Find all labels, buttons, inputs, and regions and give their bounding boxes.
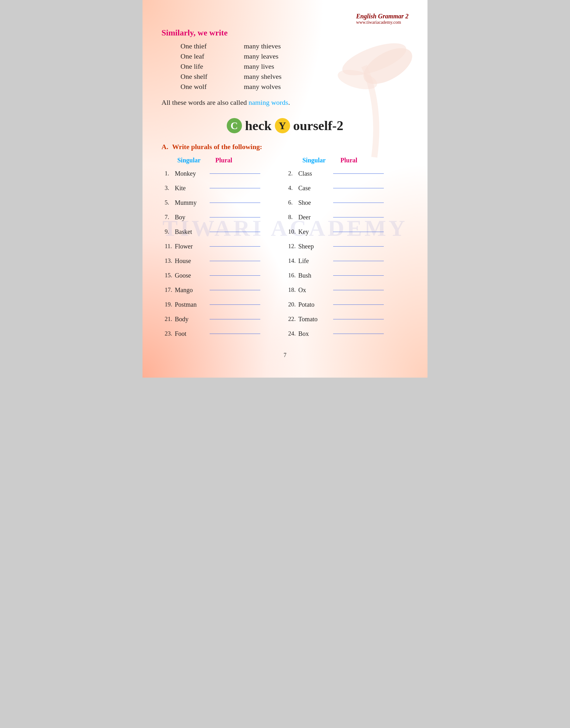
exercise-left: 15. Goose <box>162 272 285 279</box>
answer-line-left <box>210 246 260 246</box>
page-number: 7 <box>162 352 408 358</box>
exercise-word-right: Tomato <box>298 315 333 323</box>
exercise-left: 7. Boy <box>162 214 285 221</box>
answer-line-right <box>333 173 384 174</box>
letter-y-circle: Y <box>275 118 290 133</box>
exercise-row: 13. House 14. Life <box>162 254 408 268</box>
exercise-word-right: Bush <box>298 272 333 279</box>
exercise-number-left: 19. <box>165 301 175 308</box>
col-headers-left: Singular Plural <box>171 157 290 164</box>
answer-line-left <box>210 231 260 232</box>
exercise-left: 5. Mummy <box>162 199 285 206</box>
exercise-word-right: Deer <box>298 214 333 221</box>
exercise-right: 16. Bush <box>285 272 408 279</box>
check-yourself-heading: Check Yourself-2 <box>227 118 344 133</box>
exercise-number-right: 20. <box>288 301 298 308</box>
col-headers-right: Singular Plural <box>290 157 408 164</box>
singular-word: One life <box>181 62 244 71</box>
exercise-right: 18. Ox <box>285 286 408 294</box>
exercise-number-left: 23. <box>165 330 175 337</box>
exercise-right: 12. Sheep <box>285 243 408 250</box>
exercise-word-left: Postman <box>175 301 210 308</box>
exercise-left: 19. Postman <box>162 301 285 308</box>
exercise-right: 14. Life <box>285 257 408 264</box>
exercise-row: 19. Postman 20. Potato <box>162 297 408 311</box>
answer-line-left <box>210 173 260 174</box>
exercise-word-right: Key <box>298 228 333 235</box>
exercise-word-right: Box <box>298 330 333 337</box>
answer-line-right <box>333 231 384 232</box>
plural-word: many leaves <box>244 52 278 60</box>
naming-words-link: naming words <box>249 98 288 106</box>
exercise-right: 22. Tomato <box>285 315 408 323</box>
header-title: English Grammar 2 <box>356 13 408 20</box>
exercise-number-right: 4. <box>288 184 298 191</box>
exercise-number-left: 7. <box>165 214 175 221</box>
answer-line-left <box>210 289 260 290</box>
exercise-right: 4. Case <box>285 184 408 192</box>
plural-word: many shelves <box>244 72 282 81</box>
exercise-right: 24. Box <box>285 330 408 337</box>
exercise-number-right: 24. <box>288 330 298 337</box>
exercise-word-left: Mango <box>175 286 210 294</box>
exercise-row: 17. Mango 18. Ox <box>162 283 408 297</box>
exercise-left: 1. Monkey <box>162 170 285 177</box>
similarly-heading: Similarly, we write <box>162 28 408 38</box>
word-pair-row: One shelf many shelves <box>181 72 408 81</box>
exercise-number-right: 18. <box>288 286 298 293</box>
plural-word: many lives <box>244 62 274 71</box>
exercise-number-right: 14. <box>288 257 298 264</box>
exercise-left: 23. Foot <box>162 330 285 337</box>
exercise-row: 15. Goose 16. Bush <box>162 268 408 282</box>
word-pairs: One thief many thieves One leaf many lea… <box>181 42 408 91</box>
answer-line-left <box>210 304 260 305</box>
exercise-number-left: 3. <box>165 184 175 191</box>
exercise-word-right: Sheep <box>298 243 333 250</box>
word-pair-row: One life many lives <box>181 62 408 71</box>
exercise-left: 13. House <box>162 257 285 264</box>
exercise-number-right: 10. <box>288 228 298 235</box>
exercise-number-left: 9. <box>165 228 175 235</box>
col-header-singular-left: Singular <box>177 157 209 164</box>
header-website: www.tiwariacademy.com <box>356 20 408 25</box>
exercise-left: 11. Flower <box>162 243 285 250</box>
header: English Grammar 2 www.tiwariacademy.com <box>162 13 408 25</box>
exercise-right: 6. Shoe <box>285 199 408 206</box>
plural-word: many wolves <box>244 83 281 91</box>
answer-line-right <box>333 202 384 203</box>
exercise-left: 21. Body <box>162 315 285 323</box>
naming-words-after: . <box>288 98 290 106</box>
exercise-word-left: Body <box>175 315 210 323</box>
exercise-word-right: Shoe <box>298 199 333 206</box>
exercise-row: 9. Basket 10. Key <box>162 225 408 239</box>
exercise-right: 20. Potato <box>285 301 408 308</box>
exercise-number-right: 16. <box>288 272 298 279</box>
answer-line-right <box>333 289 384 290</box>
word-pair-row: One wolf many wolves <box>181 83 408 91</box>
word-pair-row: One leaf many leaves <box>181 52 408 60</box>
answer-line-right <box>333 217 384 217</box>
exercise-number-right: 12. <box>288 243 298 250</box>
exercise-number-left: 21. <box>165 315 175 322</box>
exercise-word-right: Potato <box>298 301 333 308</box>
exercise-row: 11. Flower 12. Sheep <box>162 239 408 253</box>
singular-word: One wolf <box>181 83 244 91</box>
answer-line-right <box>333 188 384 188</box>
answer-line-left <box>210 188 260 188</box>
answer-line-right <box>333 275 384 276</box>
exercise-word-left: Boy <box>175 214 210 221</box>
answer-line-left <box>210 275 260 276</box>
col-header-plural-left: Plural <box>215 157 232 164</box>
exercise-right: 8. Deer <box>285 214 408 221</box>
exercise-row: 5. Mummy 6. Shoe <box>162 196 408 209</box>
exercise-left: 17. Mango <box>162 286 285 294</box>
exercise-word-left: Foot <box>175 330 210 337</box>
answer-line-left <box>210 202 260 203</box>
answer-line-right <box>333 319 384 319</box>
check-yourself-section: Check Yourself-2 <box>162 118 408 133</box>
answer-line-right <box>333 260 384 261</box>
page-content: English Grammar 2 www.tiwariacademy.com … <box>162 13 408 358</box>
exercise-number-left: 1. <box>165 170 175 177</box>
section-letter: A. <box>162 143 168 151</box>
answer-line-left <box>210 260 260 261</box>
